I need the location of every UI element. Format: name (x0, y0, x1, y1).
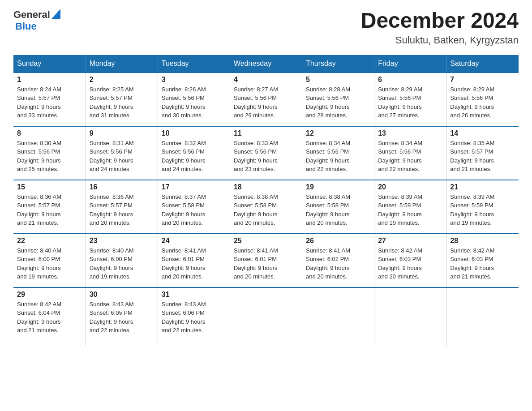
day-info: Sunrise: 8:38 AMSunset: 5:58 PMDaylight:… (234, 193, 298, 227)
day-info: Sunrise: 8:29 AMSunset: 5:56 PMDaylight:… (450, 85, 515, 120)
calendar-day-cell: 2Sunrise: 8:25 AMSunset: 5:57 PMDaylight… (86, 73, 158, 126)
calendar-day-cell (446, 287, 519, 346)
logo-blue: Blue (15, 21, 37, 32)
day-number: 2 (90, 76, 154, 84)
day-number: 29 (17, 291, 82, 299)
day-number: 3 (162, 76, 226, 84)
calendar-day-cell (302, 287, 374, 346)
day-number: 20 (378, 183, 442, 191)
day-info: Sunrise: 8:37 AMSunset: 5:58 PMDaylight:… (162, 193, 226, 227)
day-number: 31 (162, 291, 226, 299)
day-number: 14 (450, 129, 515, 137)
weekday-header-wednesday: Wednesday (230, 55, 302, 73)
day-number: 9 (90, 129, 154, 137)
day-info: Sunrise: 8:26 AMSunset: 5:56 PMDaylight:… (162, 85, 226, 120)
calendar-day-cell: 5Sunrise: 8:28 AMSunset: 5:56 PMDaylight… (302, 73, 374, 126)
day-info: Sunrise: 8:27 AMSunset: 5:56 PMDaylight:… (234, 85, 298, 120)
day-number: 21 (450, 183, 515, 191)
day-info: Sunrise: 8:41 AMSunset: 6:01 PMDaylight:… (162, 246, 226, 281)
calendar-day-cell (374, 287, 446, 346)
day-info: Sunrise: 8:41 AMSunset: 6:01 PMDaylight:… (234, 246, 298, 281)
page-header: General Blue December 2024 Suluktu, Batk… (13, 9, 519, 46)
day-info: Sunrise: 8:28 AMSunset: 5:56 PMDaylight:… (306, 85, 370, 120)
calendar-day-cell: 27Sunrise: 8:42 AMSunset: 6:03 PMDayligh… (374, 234, 446, 287)
day-number: 13 (378, 129, 442, 137)
weekday-header-monday: Monday (86, 55, 158, 73)
day-number: 18 (234, 183, 298, 191)
calendar-week-row: 15Sunrise: 8:36 AMSunset: 5:57 PMDayligh… (13, 180, 519, 234)
calendar-day-cell: 19Sunrise: 8:38 AMSunset: 5:58 PMDayligh… (302, 180, 374, 234)
weekday-header-saturday: Saturday (446, 55, 519, 73)
calendar-day-cell: 13Sunrise: 8:34 AMSunset: 5:56 PMDayligh… (374, 126, 446, 180)
day-info: Sunrise: 8:35 AMSunset: 5:57 PMDaylight:… (450, 139, 515, 174)
calendar-day-cell: 1Sunrise: 8:24 AMSunset: 5:57 PMDaylight… (13, 73, 86, 126)
calendar-week-row: 29Sunrise: 8:42 AMSunset: 6:04 PMDayligh… (13, 287, 519, 346)
calendar-day-cell: 22Sunrise: 8:40 AMSunset: 6:00 PMDayligh… (13, 234, 86, 287)
calendar-day-cell (230, 287, 302, 346)
calendar-day-cell: 26Sunrise: 8:41 AMSunset: 6:02 PMDayligh… (302, 234, 374, 287)
month-title: December 2024 (361, 9, 519, 33)
weekday-header-tuesday: Tuesday (158, 55, 230, 73)
calendar-day-cell: 17Sunrise: 8:37 AMSunset: 5:58 PMDayligh… (158, 180, 230, 234)
calendar-day-cell: 28Sunrise: 8:42 AMSunset: 6:03 PMDayligh… (446, 234, 519, 287)
day-info: Sunrise: 8:32 AMSunset: 5:56 PMDaylight:… (162, 139, 226, 174)
day-number: 28 (450, 237, 515, 245)
calendar-day-cell: 3Sunrise: 8:26 AMSunset: 5:56 PMDaylight… (158, 73, 230, 126)
day-number: 17 (162, 183, 226, 191)
day-number: 19 (306, 183, 370, 191)
day-info: Sunrise: 8:30 AMSunset: 5:56 PMDaylight:… (17, 139, 82, 174)
calendar-day-cell: 29Sunrise: 8:42 AMSunset: 6:04 PMDayligh… (13, 287, 86, 346)
calendar-day-cell: 11Sunrise: 8:33 AMSunset: 5:56 PMDayligh… (230, 126, 302, 180)
calendar-day-cell: 18Sunrise: 8:38 AMSunset: 5:58 PMDayligh… (230, 180, 302, 234)
day-number: 24 (162, 237, 226, 245)
day-number: 4 (234, 76, 298, 84)
day-info: Sunrise: 8:41 AMSunset: 6:02 PMDaylight:… (306, 246, 370, 281)
location: Suluktu, Batken, Kyrgyzstan (361, 34, 519, 46)
weekday-header-thursday: Thursday (302, 55, 374, 73)
calendar-day-cell: 9Sunrise: 8:31 AMSunset: 5:56 PMDaylight… (86, 126, 158, 180)
day-number: 23 (90, 237, 154, 245)
day-info: Sunrise: 8:34 AMSunset: 5:56 PMDaylight:… (306, 139, 370, 174)
weekday-header-friday: Friday (374, 55, 446, 73)
day-number: 15 (17, 183, 82, 191)
day-info: Sunrise: 8:34 AMSunset: 5:56 PMDaylight:… (378, 139, 442, 174)
day-info: Sunrise: 8:42 AMSunset: 6:03 PMDaylight:… (450, 246, 515, 281)
calendar-day-cell: 4Sunrise: 8:27 AMSunset: 5:56 PMDaylight… (230, 73, 302, 126)
calendar-day-cell: 6Sunrise: 8:29 AMSunset: 5:56 PMDaylight… (374, 73, 446, 126)
calendar-day-cell: 8Sunrise: 8:30 AMSunset: 5:56 PMDaylight… (13, 126, 86, 180)
calendar-header-row: SundayMondayTuesdayWednesdayThursdayFrid… (13, 55, 519, 73)
day-number: 30 (90, 291, 154, 299)
calendar-day-cell: 15Sunrise: 8:36 AMSunset: 5:57 PMDayligh… (13, 180, 86, 234)
day-number: 5 (306, 76, 370, 84)
logo-triangle-icon (51, 9, 60, 19)
day-info: Sunrise: 8:29 AMSunset: 5:56 PMDaylight:… (378, 85, 442, 120)
day-info: Sunrise: 8:40 AMSunset: 6:00 PMDaylight:… (90, 246, 154, 281)
day-info: Sunrise: 8:40 AMSunset: 6:00 PMDaylight:… (17, 246, 82, 281)
day-info: Sunrise: 8:38 AMSunset: 5:58 PMDaylight:… (306, 193, 370, 227)
day-info: Sunrise: 8:33 AMSunset: 5:56 PMDaylight:… (234, 139, 298, 174)
calendar-day-cell: 23Sunrise: 8:40 AMSunset: 6:00 PMDayligh… (86, 234, 158, 287)
calendar-day-cell: 7Sunrise: 8:29 AMSunset: 5:56 PMDaylight… (446, 73, 519, 126)
svg-marker-0 (51, 9, 60, 19)
weekday-header-sunday: Sunday (13, 55, 86, 73)
day-info: Sunrise: 8:36 AMSunset: 5:57 PMDaylight:… (90, 193, 154, 227)
day-info: Sunrise: 8:39 AMSunset: 5:59 PMDaylight:… (378, 193, 442, 227)
day-number: 1 (17, 76, 82, 84)
day-info: Sunrise: 8:42 AMSunset: 6:03 PMDaylight:… (378, 246, 442, 281)
day-number: 22 (17, 237, 82, 245)
day-number: 16 (90, 183, 154, 191)
day-info: Sunrise: 8:25 AMSunset: 5:57 PMDaylight:… (90, 85, 154, 120)
day-number: 26 (306, 237, 370, 245)
day-number: 27 (378, 237, 442, 245)
day-info: Sunrise: 8:43 AMSunset: 6:06 PMDaylight:… (162, 300, 226, 335)
calendar-day-cell: 31Sunrise: 8:43 AMSunset: 6:06 PMDayligh… (158, 287, 230, 346)
day-info: Sunrise: 8:24 AMSunset: 5:57 PMDaylight:… (17, 85, 82, 120)
day-info: Sunrise: 8:31 AMSunset: 5:56 PMDaylight:… (90, 139, 154, 174)
calendar-table: SundayMondayTuesdayWednesdayThursdayFrid… (13, 55, 519, 346)
day-info: Sunrise: 8:42 AMSunset: 6:04 PMDaylight:… (17, 300, 82, 335)
calendar-day-cell: 21Sunrise: 8:39 AMSunset: 5:59 PMDayligh… (446, 180, 519, 234)
calendar-day-cell: 12Sunrise: 8:34 AMSunset: 5:56 PMDayligh… (302, 126, 374, 180)
calendar-week-row: 8Sunrise: 8:30 AMSunset: 5:56 PMDaylight… (13, 126, 519, 180)
day-number: 10 (162, 129, 226, 137)
calendar-day-cell: 24Sunrise: 8:41 AMSunset: 6:01 PMDayligh… (158, 234, 230, 287)
